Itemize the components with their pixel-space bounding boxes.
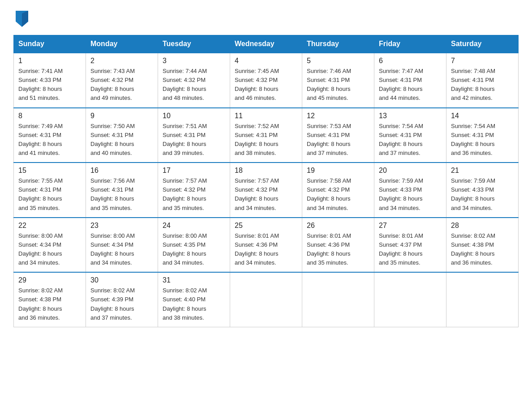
day-number: 10 bbox=[163, 112, 225, 120]
calendar-cell: 14 Sunrise: 7:54 AMSunset: 4:31 PMDaylig… bbox=[446, 108, 519, 163]
day-info: Sunrise: 7:43 AMSunset: 4:32 PMDaylight:… bbox=[90, 67, 153, 103]
day-number: 26 bbox=[307, 222, 369, 230]
calendar-cell: 5 Sunrise: 7:46 AMSunset: 4:31 PMDayligh… bbox=[302, 53, 374, 108]
weekday-header-sunday: Sunday bbox=[14, 35, 86, 53]
calendar-cell: 9 Sunrise: 7:50 AMSunset: 4:31 PMDayligh… bbox=[86, 108, 158, 163]
day-number: 24 bbox=[163, 222, 225, 230]
day-info: Sunrise: 8:02 AMSunset: 4:38 PMDaylight:… bbox=[451, 231, 514, 268]
day-info: Sunrise: 8:00 AMSunset: 4:34 PMDaylight:… bbox=[18, 231, 81, 268]
calendar-week-row-5: 29 Sunrise: 8:02 AMSunset: 4:38 PMDaylig… bbox=[14, 272, 519, 327]
calendar-cell bbox=[374, 272, 446, 327]
day-number: 11 bbox=[235, 112, 297, 120]
page-header bbox=[13, 11, 519, 27]
weekday-header-saturday: Saturday bbox=[446, 35, 519, 53]
calendar-cell bbox=[302, 272, 374, 327]
day-info: Sunrise: 7:41 AMSunset: 4:33 PMDaylight:… bbox=[18, 67, 81, 103]
weekday-header-thursday: Thursday bbox=[302, 35, 374, 53]
day-number: 5 bbox=[307, 57, 369, 65]
weekday-header-tuesday: Tuesday bbox=[158, 35, 230, 53]
day-number: 16 bbox=[90, 167, 153, 175]
calendar-cell: 30 Sunrise: 8:02 AMSunset: 4:39 PMDaylig… bbox=[86, 272, 158, 327]
calendar-cell: 23 Sunrise: 8:00 AMSunset: 4:34 PMDaylig… bbox=[86, 218, 158, 273]
calendar-cell bbox=[230, 272, 302, 327]
weekday-header-wednesday: Wednesday bbox=[230, 35, 302, 53]
day-info: Sunrise: 7:44 AMSunset: 4:32 PMDaylight:… bbox=[163, 67, 225, 103]
calendar-cell: 12 Sunrise: 7:53 AMSunset: 4:31 PMDaylig… bbox=[302, 108, 374, 163]
day-number: 9 bbox=[90, 112, 153, 120]
calendar-cell: 1 Sunrise: 7:41 AMSunset: 4:33 PMDayligh… bbox=[14, 53, 86, 108]
day-number: 1 bbox=[18, 57, 81, 65]
logo-icon bbox=[16, 11, 28, 27]
day-info: Sunrise: 7:53 AMSunset: 4:31 PMDaylight:… bbox=[307, 122, 369, 158]
calendar-cell: 21 Sunrise: 7:59 AMSunset: 4:33 PMDaylig… bbox=[446, 163, 519, 218]
calendar-cell: 31 Sunrise: 8:02 AMSunset: 4:40 PMDaylig… bbox=[158, 272, 230, 327]
day-number: 12 bbox=[307, 112, 369, 120]
calendar-cell: 10 Sunrise: 7:51 AMSunset: 4:31 PMDaylig… bbox=[158, 108, 230, 163]
weekday-header-friday: Friday bbox=[374, 35, 446, 53]
calendar-cell: 6 Sunrise: 7:47 AMSunset: 4:31 PMDayligh… bbox=[374, 53, 446, 108]
calendar-cell: 20 Sunrise: 7:59 AMSunset: 4:33 PMDaylig… bbox=[374, 163, 446, 218]
day-number: 7 bbox=[451, 57, 514, 65]
day-info: Sunrise: 7:54 AMSunset: 4:31 PMDaylight:… bbox=[379, 122, 442, 158]
calendar-week-row-3: 15 Sunrise: 7:55 AMSunset: 4:31 PMDaylig… bbox=[14, 163, 519, 218]
day-info: Sunrise: 8:02 AMSunset: 4:40 PMDaylight:… bbox=[163, 286, 225, 322]
day-info: Sunrise: 7:54 AMSunset: 4:31 PMDaylight:… bbox=[451, 122, 514, 158]
day-info: Sunrise: 7:58 AMSunset: 4:32 PMDaylight:… bbox=[307, 176, 369, 213]
day-info: Sunrise: 7:46 AMSunset: 4:31 PMDaylight:… bbox=[307, 67, 369, 103]
day-number: 30 bbox=[90, 276, 153, 284]
calendar-cell: 27 Sunrise: 8:01 AMSunset: 4:37 PMDaylig… bbox=[374, 218, 446, 273]
calendar-cell: 17 Sunrise: 7:57 AMSunset: 4:32 PMDaylig… bbox=[158, 163, 230, 218]
day-number: 31 bbox=[163, 276, 225, 284]
weekday-header-monday: Monday bbox=[86, 35, 158, 53]
day-info: Sunrise: 7:57 AMSunset: 4:32 PMDaylight:… bbox=[163, 176, 225, 213]
svg-marker-1 bbox=[22, 11, 28, 27]
day-info: Sunrise: 7:55 AMSunset: 4:31 PMDaylight:… bbox=[18, 176, 81, 213]
calendar-cell: 13 Sunrise: 7:54 AMSunset: 4:31 PMDaylig… bbox=[374, 108, 446, 163]
calendar-cell: 19 Sunrise: 7:58 AMSunset: 4:32 PMDaylig… bbox=[302, 163, 374, 218]
day-number: 2 bbox=[90, 57, 153, 65]
day-number: 15 bbox=[18, 167, 81, 175]
day-info: Sunrise: 7:49 AMSunset: 4:31 PMDaylight:… bbox=[18, 122, 81, 158]
day-info: Sunrise: 8:00 AMSunset: 4:35 PMDaylight:… bbox=[163, 231, 225, 268]
day-number: 8 bbox=[18, 112, 81, 120]
day-number: 3 bbox=[163, 57, 225, 65]
calendar-cell: 11 Sunrise: 7:52 AMSunset: 4:31 PMDaylig… bbox=[230, 108, 302, 163]
calendar-week-row-2: 8 Sunrise: 7:49 AMSunset: 4:31 PMDayligh… bbox=[14, 108, 519, 163]
day-info: Sunrise: 8:02 AMSunset: 4:38 PMDaylight:… bbox=[18, 286, 81, 322]
day-number: 18 bbox=[235, 167, 297, 175]
calendar-cell: 3 Sunrise: 7:44 AMSunset: 4:32 PMDayligh… bbox=[158, 53, 230, 108]
weekday-header-row: SundayMondayTuesdayWednesdayThursdayFrid… bbox=[14, 35, 519, 53]
day-number: 19 bbox=[307, 167, 369, 175]
calendar-cell: 7 Sunrise: 7:48 AMSunset: 4:31 PMDayligh… bbox=[446, 53, 519, 108]
day-info: Sunrise: 7:50 AMSunset: 4:31 PMDaylight:… bbox=[90, 122, 153, 158]
day-number: 23 bbox=[90, 222, 153, 230]
day-info: Sunrise: 8:01 AMSunset: 4:36 PMDaylight:… bbox=[307, 231, 369, 268]
calendar-table: SundayMondayTuesdayWednesdayThursdayFrid… bbox=[13, 35, 519, 327]
day-number: 6 bbox=[379, 57, 442, 65]
calendar-cell: 28 Sunrise: 8:02 AMSunset: 4:38 PMDaylig… bbox=[446, 218, 519, 273]
day-number: 29 bbox=[18, 276, 81, 284]
calendar-cell: 2 Sunrise: 7:43 AMSunset: 4:32 PMDayligh… bbox=[86, 53, 158, 108]
day-info: Sunrise: 7:59 AMSunset: 4:33 PMDaylight:… bbox=[379, 176, 442, 213]
day-info: Sunrise: 8:02 AMSunset: 4:39 PMDaylight:… bbox=[90, 286, 153, 322]
day-number: 13 bbox=[379, 112, 442, 120]
day-number: 17 bbox=[163, 167, 225, 175]
day-info: Sunrise: 7:57 AMSunset: 4:32 PMDaylight:… bbox=[235, 176, 297, 213]
day-info: Sunrise: 7:56 AMSunset: 4:31 PMDaylight:… bbox=[90, 176, 153, 213]
day-info: Sunrise: 7:52 AMSunset: 4:31 PMDaylight:… bbox=[235, 122, 297, 158]
day-info: Sunrise: 7:59 AMSunset: 4:33 PMDaylight:… bbox=[451, 176, 514, 213]
day-number: 20 bbox=[379, 167, 442, 175]
day-info: Sunrise: 8:01 AMSunset: 4:37 PMDaylight:… bbox=[379, 231, 442, 268]
calendar-cell: 29 Sunrise: 8:02 AMSunset: 4:38 PMDaylig… bbox=[14, 272, 86, 327]
calendar-cell: 15 Sunrise: 7:55 AMSunset: 4:31 PMDaylig… bbox=[14, 163, 86, 218]
day-number: 27 bbox=[379, 222, 442, 230]
calendar-cell: 18 Sunrise: 7:57 AMSunset: 4:32 PMDaylig… bbox=[230, 163, 302, 218]
calendar-cell: 24 Sunrise: 8:00 AMSunset: 4:35 PMDaylig… bbox=[158, 218, 230, 273]
day-number: 21 bbox=[451, 167, 514, 175]
calendar-cell: 4 Sunrise: 7:45 AMSunset: 4:32 PMDayligh… bbox=[230, 53, 302, 108]
calendar-cell: 26 Sunrise: 8:01 AMSunset: 4:36 PMDaylig… bbox=[302, 218, 374, 273]
calendar-cell: 25 Sunrise: 8:01 AMSunset: 4:36 PMDaylig… bbox=[230, 218, 302, 273]
day-number: 28 bbox=[451, 222, 514, 230]
day-info: Sunrise: 7:48 AMSunset: 4:31 PMDaylight:… bbox=[451, 67, 514, 103]
day-number: 4 bbox=[235, 57, 297, 65]
